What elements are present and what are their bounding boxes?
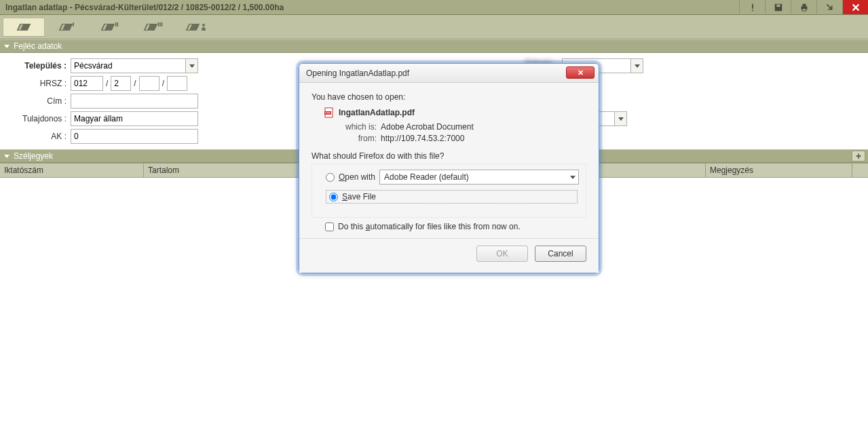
- svg-point-7: [202, 24, 205, 26]
- svg-text:PDF: PDF: [325, 111, 331, 115]
- dialog-close-button[interactable]: ✕: [566, 66, 595, 79]
- col-megjegyzes[interactable]: Megjegyzés: [706, 163, 852, 177]
- ak-input[interactable]: [71, 129, 198, 144]
- hrsz-1[interactable]: [71, 76, 103, 91]
- tab-2[interactable]: I: [46, 18, 88, 37]
- tulajdonos-input[interactable]: [71, 111, 198, 126]
- close-button[interactable]: [842, 0, 868, 14]
- collapse-icon: [4, 45, 10, 48]
- section-title-2: Széljegyek: [14, 151, 53, 161]
- dialog-title: Opening IngatlanAdatlap.pdf: [306, 69, 409, 78]
- tab-3[interactable]: II: [90, 18, 132, 37]
- app-select[interactable]: Adobe Reader (default): [379, 170, 579, 185]
- svg-rect-1: [752, 9, 753, 11]
- open-with-radio[interactable]: [326, 173, 335, 182]
- label-telepules: Település :: [0, 61, 71, 71]
- label-ak: AK :: [0, 132, 71, 141]
- section-header-fejlec[interactable]: Fejléc adatok: [0, 39, 868, 53]
- label-cim: Cím :: [0, 96, 71, 106]
- which-is-value: Adobe Acrobat Document: [381, 122, 474, 132]
- cim-input[interactable]: [71, 94, 198, 109]
- section-title: Fejléc adatok: [14, 41, 62, 51]
- telepules-combo[interactable]: [71, 58, 198, 73]
- pdf-icon: PDF: [324, 107, 335, 118]
- chosen-text: You have chosen to open:: [312, 92, 586, 102]
- chevron-down-icon: [570, 176, 575, 179]
- col-iktatoszam[interactable]: Iktatószám: [0, 163, 144, 177]
- label-tulajdonos: Tulajdonos :: [0, 114, 71, 123]
- col-spacer: [852, 163, 868, 177]
- cancel-button[interactable]: Cancel: [535, 246, 586, 262]
- collapse-icon: [4, 155, 10, 158]
- radio-group: Open with Adobe Reader (default) Save Fi…: [312, 163, 586, 218]
- from-label: from:: [339, 134, 377, 143]
- tab-4[interactable]: III: [133, 18, 175, 37]
- print-icon[interactable]: [791, 0, 816, 14]
- auto-checkbox[interactable]: [325, 222, 334, 231]
- arrow-down-right-icon[interactable]: [816, 0, 842, 14]
- window-buttons: [739, 0, 868, 14]
- hrsz-2[interactable]: [111, 76, 131, 91]
- ok-button[interactable]: OK: [476, 246, 528, 262]
- window-title: Ingatlan adatlap - Pécsvárad-Külterület/…: [5, 3, 284, 12]
- close-x-icon: ✕: [578, 69, 584, 77]
- svg-rect-0: [752, 3, 753, 8]
- filename: IngatlanAdatlap.pdf: [339, 108, 415, 117]
- right-dropdown-1-icon[interactable]: [631, 58, 643, 73]
- tab-1[interactable]: [3, 18, 45, 37]
- right-dropdown-3-icon[interactable]: [615, 111, 627, 126]
- toolbar: I II III: [0, 15, 868, 39]
- svg-rect-5: [802, 3, 806, 6]
- dialog-title-bar[interactable]: Opening IngatlanAdatlap.pdf ✕: [299, 64, 599, 83]
- auto-label: Do this automatically for files like thi…: [338, 222, 521, 231]
- dialog-body: You have chosen to open: PDF IngatlanAda…: [299, 83, 599, 273]
- save-file-label: Save File: [342, 192, 376, 201]
- telepules-input[interactable]: [71, 58, 186, 73]
- which-is-label: which is:: [339, 122, 377, 132]
- label-hrsz: HRSZ :: [0, 79, 71, 88]
- window-title-bar: Ingatlan adatlap - Pécsvárad-Külterület/…: [0, 0, 868, 15]
- svg-rect-3: [776, 4, 780, 7]
- telepules-dropdown-icon[interactable]: [186, 58, 198, 73]
- save-file-radio[interactable]: [329, 193, 338, 201]
- hrsz-4[interactable]: [167, 76, 187, 91]
- alert-icon[interactable]: [739, 0, 765, 14]
- download-dialog: Opening IngatlanAdatlap.pdf ✕ You have c…: [299, 63, 599, 273]
- add-row-button[interactable]: +: [852, 151, 865, 161]
- save-icon[interactable]: [765, 0, 791, 14]
- app-select-value: Adobe Reader (default): [384, 172, 469, 182]
- tab-5[interactable]: [176, 18, 219, 37]
- open-with-label: Open with: [339, 172, 375, 182]
- svg-rect-6: [802, 8, 806, 11]
- what-should-text: What should Firefox do with this file?: [312, 151, 586, 161]
- from-value: http://109.74.53.2:7000: [381, 134, 464, 143]
- hrsz-3[interactable]: [139, 76, 159, 91]
